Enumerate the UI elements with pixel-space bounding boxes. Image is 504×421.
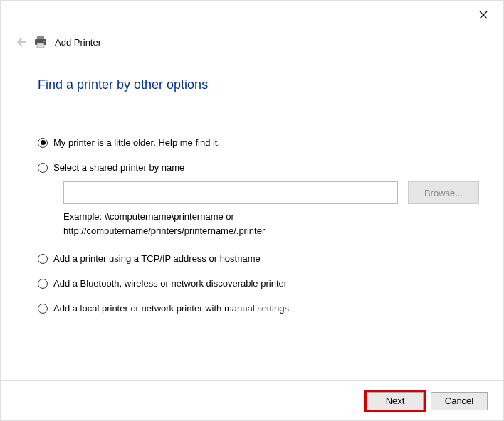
page-heading: Find a printer by other options: [38, 78, 208, 92]
option-older-printer[interactable]: My printer is a little older. Help me fi…: [38, 137, 482, 148]
svg-rect-5: [37, 43, 44, 48]
radio-icon: [38, 254, 48, 264]
dialog-footer: Next Cancel: [1, 380, 503, 420]
radio-icon: [38, 138, 48, 148]
wizard-header: Add Printer: [15, 35, 489, 49]
radio-icon: [38, 304, 48, 314]
cancel-button[interactable]: Cancel: [431, 392, 488, 410]
close-icon: [479, 11, 488, 19]
shared-printer-input[interactable]: [63, 181, 398, 204]
shared-example-text: Example: \\computername\printername or h…: [63, 210, 398, 238]
radio-icon: [38, 279, 48, 289]
radio-label: Add a Bluetooth, wireless or network dis…: [53, 278, 287, 289]
svg-point-6: [43, 41, 45, 42]
option-local[interactable]: Add a local printer or network printer w…: [38, 303, 482, 314]
next-button[interactable]: Next: [367, 392, 424, 410]
close-button[interactable]: [473, 6, 493, 23]
radio-label: Select a shared printer by name: [53, 162, 184, 173]
radio-label: Add a local printer or network printer w…: [53, 303, 289, 314]
option-bluetooth[interactable]: Add a Bluetooth, wireless or network dis…: [38, 278, 482, 289]
options-group: My printer is a little older. Help me fi…: [38, 137, 482, 328]
printer-icon: [33, 35, 48, 49]
wizard-title: Add Printer: [55, 37, 101, 48]
radio-label: Add a printer using a TCP/IP address or …: [53, 253, 261, 264]
radio-icon: [38, 163, 48, 173]
browse-button[interactable]: Browse...: [408, 181, 479, 204]
option-shared-printer[interactable]: Select a shared printer by name: [38, 162, 482, 173]
radio-label: My printer is a little older. Help me fi…: [53, 137, 220, 148]
option-tcpip[interactable]: Add a printer using a TCP/IP address or …: [38, 253, 482, 264]
svg-rect-3: [37, 36, 44, 39]
back-arrow-icon[interactable]: [15, 36, 26, 48]
